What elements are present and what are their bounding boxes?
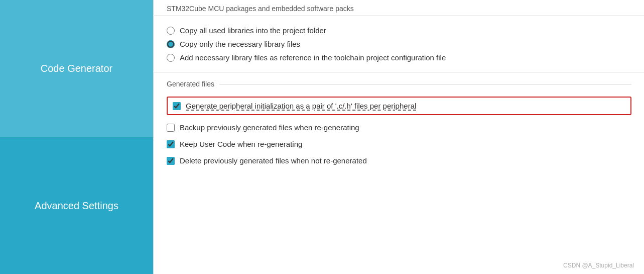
radio-group: Copy all used libraries into the project… (167, 24, 631, 64)
section-header-divider (219, 84, 631, 84)
generated-files-section: Generated files Generate peripheral init… (154, 72, 644, 176)
checkbox-group: Generate peripheral initialization as a … (167, 93, 631, 168)
watermark: CSDN @A_Stupid_Liberal (563, 262, 634, 269)
checkbox-delete-generated-label[interactable]: Delete previously generated files when n… (180, 156, 367, 165)
sidebar: Code Generator Advanced Settings (0, 0, 153, 274)
radio-copy-necessary[interactable] (167, 40, 175, 48)
radio-copy-all-label[interactable]: Copy all used libraries into the project… (180, 26, 326, 35)
checkbox-generate-peripheral-label[interactable]: Generate peripheral initialization as a … (186, 102, 416, 110)
sidebar-item-code-generator[interactable]: Code Generator (0, 0, 153, 137)
generate-peripheral-highlighted-wrapper: Generate peripheral initialization as a … (167, 97, 631, 115)
checkbox-backup-generated[interactable] (167, 124, 175, 132)
radio-item-add-reference[interactable]: Add necessary library files as reference… (167, 53, 631, 62)
checkbox-item-delete-generated[interactable]: Delete previously generated files when n… (167, 155, 631, 166)
radio-item-copy-all[interactable]: Copy all used libraries into the project… (167, 26, 631, 35)
stm-section-title: STM32Cube MCU packages and embedded soft… (167, 5, 354, 13)
radio-item-copy-necessary[interactable]: Copy only the necessary library files (167, 40, 631, 48)
checkbox-backup-generated-label[interactable]: Backup previously generated files when r… (180, 123, 359, 132)
sidebar-item-advanced-settings-label: Advanced Settings (35, 200, 118, 212)
checkbox-item-backup-generated[interactable]: Backup previously generated files when r… (167, 122, 631, 133)
stm-section-header: STM32Cube MCU packages and embedded soft… (154, 0, 644, 16)
generated-files-header: Generated files (167, 80, 631, 88)
checkbox-item-generate-peripheral[interactable]: Generate peripheral initialization as a … (173, 101, 625, 111)
checkbox-keep-user-code-label[interactable]: Keep User Code when re-generating (180, 140, 302, 148)
radio-section: Copy all used libraries into the project… (154, 16, 644, 72)
checkbox-generate-peripheral[interactable] (173, 102, 181, 110)
main-container: Code Generator Advanced Settings STM32Cu… (0, 0, 644, 274)
main-content: STM32Cube MCU packages and embedded soft… (153, 0, 644, 274)
radio-add-reference-label[interactable]: Add necessary library files as reference… (180, 53, 446, 62)
sidebar-item-code-generator-label: Code Generator (41, 63, 112, 74)
sidebar-item-advanced-settings[interactable]: Advanced Settings (0, 137, 153, 274)
radio-copy-necessary-label[interactable]: Copy only the necessary library files (180, 40, 300, 48)
checkbox-item-keep-user-code[interactable]: Keep User Code when re-generating (167, 139, 631, 149)
radio-copy-all[interactable] (167, 27, 175, 35)
checkbox-keep-user-code[interactable] (167, 140, 175, 148)
checkbox-delete-generated[interactable] (167, 157, 175, 165)
watermark-wrapper: CSDN @A_Stupid_Liberal (154, 176, 644, 274)
radio-add-reference[interactable] (167, 54, 175, 62)
generated-files-title: Generated files (167, 80, 219, 88)
